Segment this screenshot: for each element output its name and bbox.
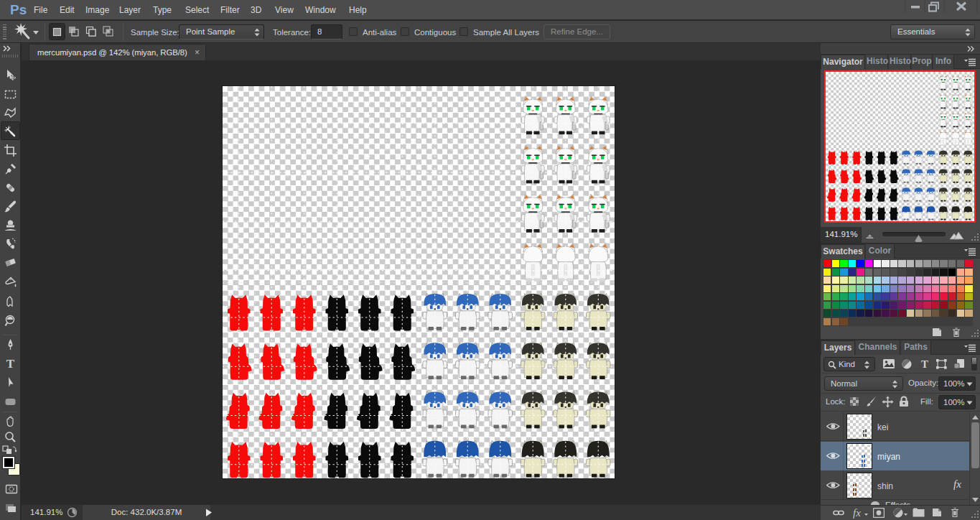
svg-text:fx: fx (853, 507, 861, 519)
svg-text:T: T (6, 357, 15, 371)
svg-text:T: T (921, 358, 928, 370)
